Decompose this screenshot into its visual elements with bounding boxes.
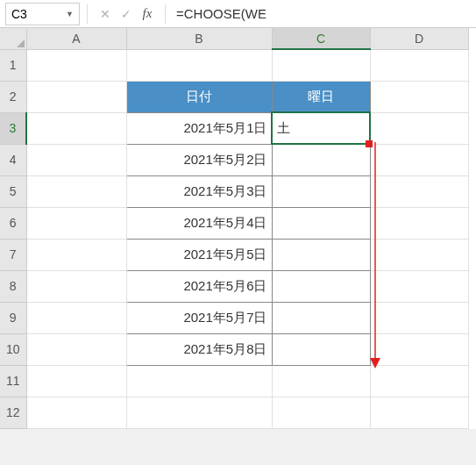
cell-B11[interactable] <box>126 365 272 397</box>
table-header-date[interactable]: 日付 <box>126 81 272 112</box>
cell-D9[interactable] <box>370 302 468 333</box>
cancel-button[interactable]: ✕ <box>95 4 116 25</box>
cell-B10[interactable]: 2021年5月8日 <box>126 333 272 365</box>
cell-D5[interactable] <box>370 175 468 207</box>
name-box-value: C3 <box>11 7 27 21</box>
cell-C12[interactable] <box>272 397 370 428</box>
spreadsheet-grid[interactable]: A B C D 1 2 日付 曜日 3 2021年5月1日 土 4 2021年5… <box>0 28 476 429</box>
cell-C3[interactable]: 土 <box>272 112 370 144</box>
cell-D1[interactable] <box>370 49 468 81</box>
cell-C5[interactable] <box>272 175 370 207</box>
row-header-8[interactable]: 8 <box>0 270 26 302</box>
cell-A2[interactable] <box>26 81 126 112</box>
row-header-3[interactable]: 3 <box>0 112 26 144</box>
chevron-down-icon[interactable]: ▼ <box>66 10 74 18</box>
cell-B5[interactable]: 2021年5月3日 <box>126 175 272 207</box>
autofill-start-dot <box>366 140 373 147</box>
cell-B6[interactable]: 2021年5月4日 <box>126 207 272 239</box>
cell-B9[interactable]: 2021年5月7日 <box>126 302 272 333</box>
cell-A7[interactable] <box>26 239 126 270</box>
confirm-button[interactable]: ✓ <box>116 4 137 25</box>
cell-C4[interactable] <box>272 144 370 175</box>
row-header-4[interactable]: 4 <box>0 144 26 175</box>
separator <box>165 4 166 24</box>
row-header-2[interactable]: 2 <box>0 81 26 112</box>
row-header-11[interactable]: 11 <box>0 365 26 397</box>
cell-C8[interactable] <box>272 270 370 302</box>
cell-D3[interactable] <box>370 112 468 144</box>
cell-D11[interactable] <box>370 365 468 397</box>
cell-C11[interactable] <box>272 365 370 397</box>
cell-C6[interactable] <box>272 207 370 239</box>
cell-A12[interactable] <box>26 397 126 428</box>
cell-C1[interactable] <box>272 49 370 81</box>
name-box[interactable]: C3 ▼ <box>5 3 80 25</box>
cell-D12[interactable] <box>370 397 468 428</box>
cell-A5[interactable] <box>26 175 126 207</box>
table-header-weekday[interactable]: 曜日 <box>272 81 370 112</box>
row-header-6[interactable]: 6 <box>0 207 26 239</box>
cell-B7[interactable]: 2021年5月5日 <box>126 239 272 270</box>
cell-D7[interactable] <box>370 239 468 270</box>
col-header-B[interactable]: B <box>126 28 272 49</box>
cell-D8[interactable] <box>370 270 468 302</box>
cell-C3-value: 土 <box>277 120 290 135</box>
fx-button[interactable]: fx <box>137 4 158 25</box>
cell-D4[interactable] <box>370 144 468 175</box>
row-header-10[interactable]: 10 <box>0 333 26 365</box>
cell-A1[interactable] <box>26 49 126 81</box>
row-header-12[interactable]: 12 <box>0 397 26 428</box>
select-all-corner[interactable] <box>0 28 26 49</box>
cell-A11[interactable] <box>26 365 126 397</box>
cell-C7[interactable] <box>272 239 370 270</box>
col-header-C[interactable]: C <box>272 28 370 49</box>
formula-bar: C3 ▼ ✕ ✓ fx =CHOOSE(WE <box>0 0 476 28</box>
cell-A4[interactable] <box>26 144 126 175</box>
cell-A9[interactable] <box>26 302 126 333</box>
separator <box>87 4 88 24</box>
cell-B3[interactable]: 2021年5月1日 <box>126 112 272 144</box>
cell-A3[interactable] <box>26 112 126 144</box>
cell-C10[interactable] <box>272 333 370 365</box>
cell-A10[interactable] <box>26 333 126 365</box>
cell-A8[interactable] <box>26 270 126 302</box>
row-header-1[interactable]: 1 <box>0 49 26 81</box>
cell-D2[interactable] <box>370 81 468 112</box>
cell-D6[interactable] <box>370 207 468 239</box>
col-header-A[interactable]: A <box>26 28 126 49</box>
cell-B8[interactable]: 2021年5月6日 <box>126 270 272 302</box>
sheet-table: A B C D 1 2 日付 曜日 3 2021年5月1日 土 4 2021年5… <box>0 28 469 429</box>
row-header-5[interactable]: 5 <box>0 175 26 207</box>
col-header-D[interactable]: D <box>370 28 468 49</box>
cell-B1[interactable] <box>126 49 272 81</box>
row-header-9[interactable]: 9 <box>0 302 26 333</box>
formula-input[interactable]: =CHOOSE(WE <box>173 3 476 25</box>
cell-D10[interactable] <box>370 333 468 365</box>
cell-C9[interactable] <box>272 302 370 333</box>
cell-B12[interactable] <box>126 397 272 428</box>
cell-B4[interactable]: 2021年5月2日 <box>126 144 272 175</box>
row-header-7[interactable]: 7 <box>0 239 26 270</box>
cell-A6[interactable] <box>26 207 126 239</box>
